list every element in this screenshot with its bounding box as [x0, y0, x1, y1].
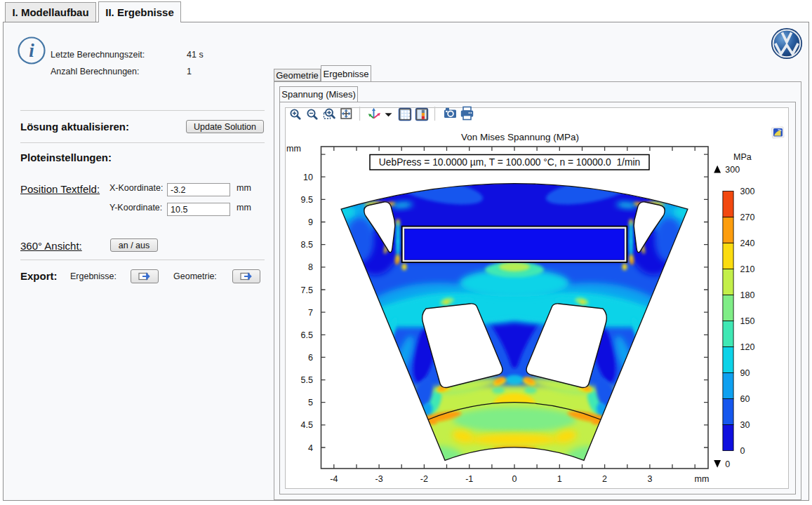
- svg-text:0: 0: [512, 473, 517, 483]
- svg-text:300: 300: [740, 186, 755, 196]
- svg-text:-3: -3: [375, 473, 383, 483]
- svg-text:mm: mm: [695, 473, 710, 483]
- svg-text:60: 60: [740, 394, 750, 404]
- svg-text:UebPress = 10.0000 µm, T = 100: UebPress = 10.0000 µm, T = 100.000 °C, n…: [379, 157, 640, 168]
- svg-text:8: 8: [308, 262, 313, 272]
- svg-text:270: 270: [740, 212, 755, 222]
- svg-text:0: 0: [740, 446, 745, 456]
- svg-text:210: 210: [740, 264, 755, 274]
- svg-text:6.5: 6.5: [301, 330, 313, 339]
- svg-text:3: 3: [647, 473, 652, 483]
- svg-text:7.5: 7.5: [301, 285, 313, 295]
- svg-text:9: 9: [308, 217, 313, 227]
- svg-text:5: 5: [308, 398, 313, 408]
- svg-text:120: 120: [740, 342, 755, 352]
- svg-text:8.5: 8.5: [301, 240, 313, 250]
- svg-text:4.5: 4.5: [301, 420, 313, 430]
- svg-text:0: 0: [725, 459, 730, 469]
- svg-text:4: 4: [308, 443, 313, 452]
- svg-text:1: 1: [557, 473, 562, 483]
- svg-text:300: 300: [725, 165, 740, 175]
- svg-text:90: 90: [740, 368, 750, 378]
- svg-text:-1: -1: [465, 473, 473, 483]
- svg-text:i: i: [29, 40, 34, 61]
- svg-text:9.5: 9.5: [301, 194, 313, 204]
- svg-text:MPa: MPa: [733, 152, 752, 162]
- svg-text:180: 180: [740, 290, 755, 299]
- svg-text:10: 10: [303, 172, 313, 182]
- svg-text:mm: mm: [286, 143, 301, 153]
- svg-text:-2: -2: [420, 473, 428, 483]
- svg-text:5.5: 5.5: [301, 375, 313, 385]
- svg-text:2: 2: [602, 473, 607, 483]
- svg-text:7: 7: [308, 307, 313, 317]
- svg-text:30: 30: [740, 420, 750, 430]
- svg-text:-4: -4: [330, 473, 338, 483]
- svg-text:240: 240: [740, 238, 755, 248]
- svg-text:Von Mises Spannung (MPa): Von Mises Spannung (MPa): [461, 131, 579, 142]
- svg-text:150: 150: [740, 316, 755, 325]
- svg-text:6: 6: [308, 352, 313, 362]
